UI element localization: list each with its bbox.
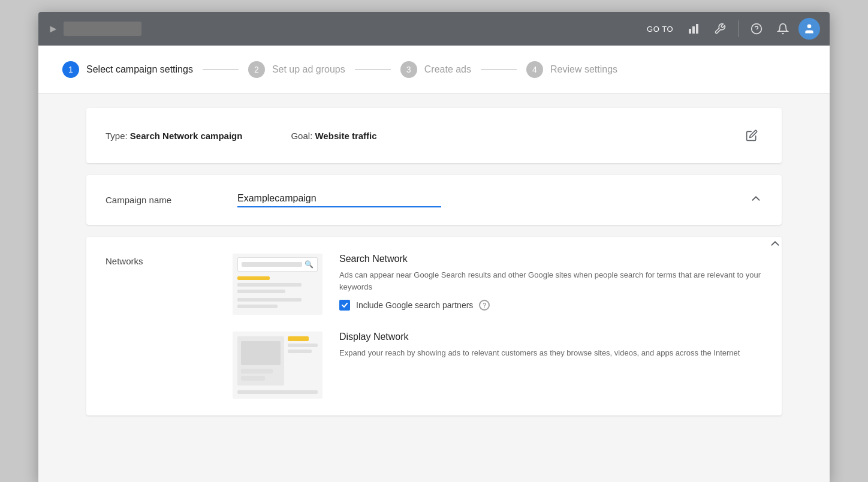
search-bar-preview: 🔍 [237,257,318,272]
display-yellow-bar [288,336,309,341]
search-bar-text [242,262,302,267]
stepper: 1 Select campaign settings 2 Set up ad g… [62,61,617,78]
display-bar-3 [288,344,318,347]
display-bar-2 [241,376,265,381]
help-icon[interactable] [746,18,767,40]
search-network-desc: Ads can appear near Google Search result… [339,269,762,293]
svg-point-5 [807,25,812,29]
topbar-divider [738,20,739,37]
step-4-circle: 4 [526,61,543,78]
search-partners-checkbox-row: Include Google search partners ? [339,300,762,311]
step-3-circle: 3 [400,61,417,78]
topbar: ► GO TO [38,12,830,46]
wrench-icon[interactable] [709,18,731,40]
display-bottom-bar [237,390,318,394]
networks-card: Networks 🔍 [86,237,782,415]
step-connector-3 [481,69,517,70]
preview-bar-4 [237,305,278,308]
campaign-name-label: Campaign name [106,195,237,205]
networks-collapse-button[interactable] [768,237,782,253]
step-3-label: Create ads [424,64,471,75]
display-network-info: Display Network Expand your reach by sho… [339,332,762,366]
svg-rect-2 [696,24,698,34]
step-1-circle: 1 [62,61,79,78]
step-connector-2 [355,69,391,70]
type-goal-text: Type: Search Network campaign Goal: Webs… [106,131,377,141]
search-preview-icon: 🔍 [305,260,314,269]
search-partners-label: Include Google search partners [356,300,473,310]
type-goal-separator [262,131,272,141]
bell-icon[interactable] [772,18,794,40]
goal-value: Website traffic [315,131,376,141]
search-network-title: Search Network [339,254,762,264]
search-network-info: Search Network Ads can appear near Googl… [339,254,762,311]
svg-rect-0 [689,29,691,34]
step-2[interactable]: 2 Set up ad groups [248,61,345,78]
search-network-section: 🔍 Search Network Ads can appear near Goo… [233,254,762,315]
step-1-label: Select campaign settings [86,64,193,75]
type-prefix: Type: [106,131,128,141]
goto-button[interactable]: GO TO [642,22,678,36]
search-partners-checkbox[interactable] [339,300,350,311]
campaign-name-input-wrap [237,193,749,207]
step-3[interactable]: 3 Create ads [400,61,471,78]
type-goal-card: Type: Search Network campaign Goal: Webs… [86,108,782,163]
stepper-bar: 1 Select campaign settings 2 Set up ad g… [38,46,830,94]
preview-bar-3 [237,298,302,302]
networks-content: 🔍 Search Network Ads can appear near Goo… [233,254,762,399]
display-left-block [237,336,284,385]
goal-prefix: Goal: [291,131,312,141]
type-value: Search Network campaign [130,131,243,141]
search-partners-help-icon[interactable]: ? [479,300,490,311]
campaign-name-input[interactable] [237,193,441,207]
campaign-name-card: Campaign name [86,175,782,225]
topbar-left: ► [48,22,141,36]
display-network-title: Display Network [339,332,762,342]
edit-button[interactable] [741,125,762,146]
step-connector-1 [203,69,239,70]
app-window: ► GO TO [38,12,830,482]
display-network-preview [233,332,323,399]
step-4-label: Review settings [550,64,617,75]
step-2-label: Set up ad groups [272,64,345,75]
step-1[interactable]: 1 Select campaign settings [62,61,193,78]
display-image-placeholder [241,341,281,365]
preview-highlight-bar [237,276,270,280]
step-4[interactable]: 4 Review settings [526,61,617,78]
preview-bar-1 [237,283,302,287]
campaign-name-collapse-button[interactable] [749,192,762,208]
breadcrumb [64,22,141,36]
main-content: Type: Search Network campaign Goal: Webs… [38,94,830,482]
display-preview-split [237,336,318,385]
avatar[interactable] [798,18,820,40]
nav-arrow-icon[interactable]: ► [48,23,59,35]
display-network-section: Display Network Expand your reach by sho… [233,332,762,399]
display-right-block [288,336,318,385]
preview-bar-2 [237,290,285,293]
step-2-circle: 2 [248,61,265,78]
networks-label: Networks [106,254,213,399]
display-bar-4 [288,350,312,353]
svg-rect-1 [692,26,695,34]
topbar-right: GO TO [642,18,820,40]
search-network-preview: 🔍 [233,254,323,315]
chart-icon[interactable] [683,18,704,40]
display-network-desc: Expand your reach by showing ads to rele… [339,347,762,359]
display-bar-1 [241,369,273,373]
